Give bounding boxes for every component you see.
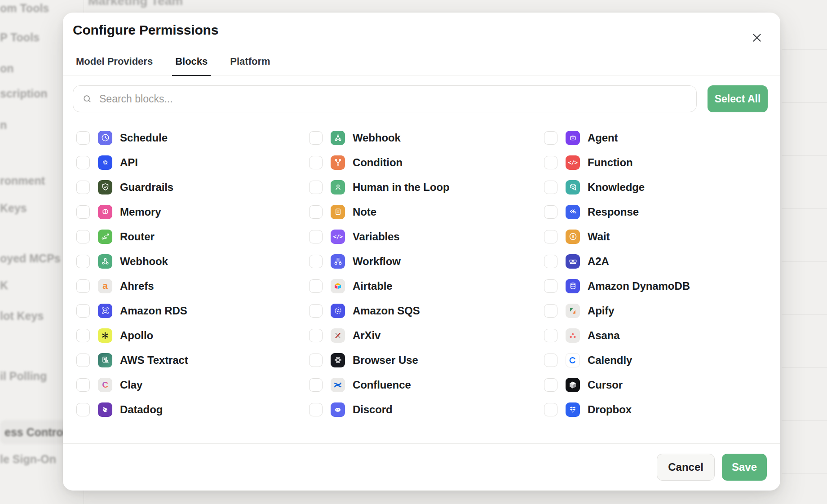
block-checkbox[interactable] — [76, 230, 90, 243]
block-checkbox[interactable] — [76, 181, 90, 194]
block-label: Schedule — [120, 132, 168, 144]
block-row-knowledge[interactable]: Knowledge — [544, 175, 780, 199]
close-button[interactable] — [749, 30, 765, 46]
block-row-apify[interactable]: Apify — [544, 298, 780, 323]
search-box[interactable] — [73, 85, 697, 112]
tab-blocks[interactable]: Blocks — [172, 56, 211, 76]
block-label: Confluence — [353, 379, 411, 391]
block-checkbox[interactable] — [544, 354, 557, 367]
block-row-a2a[interactable]: A2A — [544, 249, 780, 274]
block-row-workflow[interactable]: Workflow — [309, 249, 544, 274]
block-row-arxiv[interactable]: ArXiv — [309, 323, 544, 348]
block-checkbox[interactable] — [76, 205, 90, 219]
block-checkbox[interactable] — [309, 156, 323, 169]
block-row-apollo[interactable]: Apollo — [76, 323, 309, 348]
backdrop-sidebar-item: Keys — [0, 201, 27, 215]
block-checkbox[interactable] — [309, 131, 323, 145]
block-checkbox[interactable] — [544, 230, 557, 243]
code-icon: </> — [331, 230, 345, 244]
robots-pair-icon — [566, 254, 580, 269]
block-checkbox[interactable] — [309, 279, 323, 293]
block-row-aws-textract[interactable]: AWS Textract — [76, 348, 309, 372]
block-checkbox[interactable] — [544, 279, 557, 293]
asana-dots-icon — [566, 328, 580, 343]
block-row-variables[interactable]: </>Variables — [309, 224, 544, 249]
block-row-cursor[interactable]: Cursor — [544, 372, 780, 397]
block-checkbox[interactable] — [544, 255, 557, 268]
block-label: Workflow — [353, 255, 401, 268]
block-row-agent[interactable]: Agent — [544, 125, 780, 150]
block-checkbox[interactable] — [544, 378, 557, 392]
atom-icon — [331, 353, 345, 367]
block-checkbox[interactable] — [309, 403, 323, 416]
doc-scan-icon — [98, 353, 112, 367]
block-checkbox[interactable] — [76, 378, 90, 392]
blocks-grid: ScheduleAPIGuardrailsMemoryRouterWebhook… — [63, 112, 780, 443]
block-row-api[interactable]: API — [76, 150, 309, 175]
block-checkbox[interactable] — [76, 354, 90, 367]
cancel-button[interactable]: Cancel — [657, 454, 715, 481]
block-checkbox[interactable] — [309, 205, 323, 219]
block-row-airtable[interactable]: Airtable — [309, 274, 544, 298]
block-row-webhook[interactable]: Webhook — [309, 125, 544, 150]
block-checkbox[interactable] — [309, 354, 323, 367]
block-row-datadog[interactable]: Datadog — [76, 397, 309, 422]
block-row-router[interactable]: Router — [76, 224, 309, 249]
search-input[interactable] — [98, 93, 687, 106]
block-row-schedule[interactable]: Schedule — [76, 125, 309, 150]
block-checkbox[interactable] — [544, 181, 557, 194]
tab-model-providers[interactable]: Model Providers — [73, 56, 156, 75]
block-row-asana[interactable]: Asana — [544, 323, 780, 348]
brain-icon — [98, 205, 112, 219]
block-row-condition[interactable]: Condition — [309, 150, 544, 175]
clock-icon — [98, 131, 112, 145]
select-all-button[interactable]: Select All — [708, 85, 768, 112]
block-checkbox[interactable] — [76, 279, 90, 293]
block-row-amazon-rds[interactable]: Amazon RDS — [76, 298, 309, 323]
block-row-dropbox[interactable]: Dropbox — [544, 397, 780, 422]
block-row-browser-use[interactable]: Browser Use — [309, 348, 544, 372]
block-checkbox[interactable] — [309, 329, 323, 342]
cursor-cube-icon — [566, 378, 580, 392]
block-row-guardrails[interactable]: Guardrails — [76, 175, 309, 199]
block-label: Amazon RDS — [120, 305, 187, 317]
webhook-icon — [331, 131, 345, 145]
block-row-note[interactable]: Note — [309, 199, 544, 224]
block-checkbox[interactable] — [544, 131, 557, 145]
block-checkbox[interactable] — [76, 304, 90, 318]
block-checkbox[interactable] — [309, 304, 323, 318]
block-row-discord[interactable]: Discord — [309, 397, 544, 422]
block-label: Amazon SQS — [353, 305, 420, 317]
backdrop-sidebar-item: K — [0, 279, 8, 292]
block-checkbox[interactable] — [544, 329, 557, 342]
block-row-memory[interactable]: Memory — [76, 199, 309, 224]
tab-platform[interactable]: Platform — [227, 56, 273, 75]
block-row-amazon-dynamodb[interactable]: Amazon DynamoDB — [544, 274, 780, 298]
save-button[interactable]: Save — [722, 454, 767, 481]
block-checkbox[interactable] — [544, 156, 557, 169]
block-row-amazon-sqs[interactable]: Amazon SQS — [309, 298, 544, 323]
block-checkbox[interactable] — [76, 255, 90, 268]
block-checkbox[interactable] — [76, 156, 90, 169]
block-row-webhook[interactable]: Webhook — [76, 249, 309, 274]
block-checkbox[interactable] — [544, 403, 557, 416]
block-checkbox[interactable] — [76, 329, 90, 342]
block-row-ahrefs[interactable]: aAhrefs — [76, 274, 309, 298]
block-checkbox[interactable] — [309, 378, 323, 392]
block-checkbox[interactable] — [309, 181, 323, 194]
block-row-human-in-the-loop[interactable]: Human in the Loop — [309, 175, 544, 199]
backdrop-page-heading: Marketing Team — [88, 0, 183, 8]
block-row-function[interactable]: </>Function — [544, 150, 780, 175]
block-checkbox[interactable] — [76, 131, 90, 145]
block-checkbox[interactable] — [544, 205, 557, 219]
block-row-calendly[interactable]: Calendly — [544, 348, 780, 372]
block-row-wait[interactable]: Wait — [544, 224, 780, 249]
block-row-clay[interactable]: CClay — [76, 372, 309, 397]
block-checkbox[interactable] — [309, 230, 323, 243]
block-checkbox[interactable] — [544, 304, 557, 318]
block-row-confluence[interactable]: Confluence — [309, 372, 544, 397]
block-checkbox[interactable] — [309, 255, 323, 268]
block-checkbox[interactable] — [76, 403, 90, 416]
backdrop-sidebar-item: ronment — [0, 174, 45, 187]
block-row-response[interactable]: Response — [544, 199, 780, 224]
